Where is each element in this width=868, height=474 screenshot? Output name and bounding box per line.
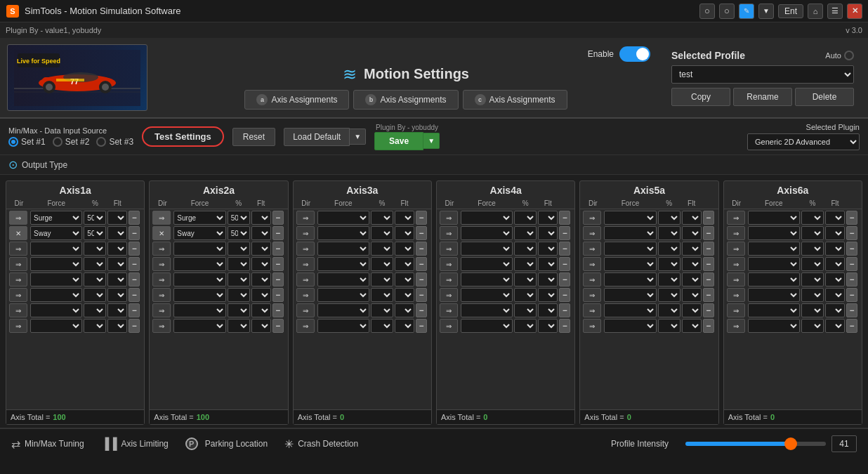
minmax-tuning-item[interactable]: ⇄ Min/Max Tuning bbox=[11, 437, 84, 451]
pct-select[interactable] bbox=[658, 303, 680, 317]
intensity-slider[interactable] bbox=[685, 442, 826, 446]
force-select[interactable] bbox=[748, 303, 800, 317]
dir-btn[interactable]: ⇒ bbox=[583, 257, 601, 271]
force-select[interactable] bbox=[461, 303, 513, 317]
save-dropdown[interactable]: ▼ bbox=[423, 133, 440, 149]
pct-select[interactable] bbox=[228, 242, 250, 256]
pct-select[interactable] bbox=[514, 242, 537, 256]
flt-select[interactable] bbox=[682, 319, 702, 333]
force-select[interactable] bbox=[461, 319, 513, 333]
minus-btn[interactable]: − bbox=[416, 226, 427, 240]
force-select[interactable] bbox=[604, 226, 656, 240]
dir-btn[interactable]: ⇒ bbox=[152, 272, 171, 287]
flt-select[interactable] bbox=[395, 242, 414, 256]
force-select[interactable] bbox=[173, 272, 225, 287]
profile-select[interactable]: test bbox=[671, 65, 854, 84]
flt-select[interactable] bbox=[107, 257, 127, 271]
flt-select[interactable] bbox=[251, 257, 271, 271]
minus-btn[interactable]: − bbox=[559, 288, 570, 302]
auto-check[interactable]: Auto bbox=[825, 51, 854, 60]
flt-select[interactable] bbox=[395, 272, 414, 287]
minimize-btn[interactable]: ○ bbox=[699, 4, 715, 19]
tab-axis-b[interactable]: b Axis Assignments bbox=[353, 90, 458, 110]
pct-select[interactable] bbox=[84, 257, 106, 271]
flt-select[interactable] bbox=[682, 226, 702, 240]
info-btn[interactable]: ○ bbox=[719, 4, 735, 19]
flt-select[interactable] bbox=[251, 242, 271, 256]
minus-btn[interactable]: − bbox=[272, 288, 284, 302]
minus-btn[interactable]: − bbox=[846, 211, 857, 225]
dir-btn[interactable]: ⇒ bbox=[440, 257, 458, 271]
home-btn[interactable]: ⌂ bbox=[808, 4, 823, 19]
pct-select[interactable] bbox=[514, 226, 537, 240]
pct-select[interactable] bbox=[801, 226, 824, 240]
dir-btn[interactable]: ⇒ bbox=[296, 257, 315, 271]
flt-select[interactable] bbox=[538, 272, 558, 287]
flt-select[interactable] bbox=[395, 257, 414, 271]
dir-btn[interactable]: ⇒ bbox=[9, 242, 27, 256]
pct-select[interactable]: 50 bbox=[228, 211, 250, 225]
pct-select[interactable] bbox=[371, 319, 393, 333]
force-select[interactable] bbox=[461, 257, 513, 271]
force-select[interactable]: Sway bbox=[30, 226, 82, 240]
pct-select[interactable] bbox=[514, 272, 537, 287]
minus-btn[interactable]: − bbox=[272, 257, 284, 271]
pct-select[interactable] bbox=[371, 288, 393, 302]
flt-select[interactable] bbox=[682, 211, 702, 225]
pct-select[interactable] bbox=[658, 272, 680, 287]
force-select[interactable] bbox=[748, 211, 800, 225]
pct-select[interactable] bbox=[228, 288, 250, 302]
dir-btn[interactable]: ⇒ bbox=[152, 211, 171, 225]
minus-btn[interactable]: − bbox=[703, 211, 714, 225]
minus-btn[interactable]: − bbox=[559, 226, 570, 240]
pct-select[interactable] bbox=[84, 303, 106, 317]
flt-select[interactable] bbox=[682, 242, 702, 256]
force-select[interactable] bbox=[317, 288, 369, 302]
pct-select[interactable] bbox=[228, 303, 250, 317]
axis-limiting-item[interactable]: ▐▐ Axis Limiting bbox=[101, 437, 169, 450]
force-select[interactable] bbox=[748, 272, 800, 287]
minus-btn[interactable]: − bbox=[703, 288, 714, 302]
dir-btn[interactable]: ⇒ bbox=[727, 226, 745, 240]
minus-btn[interactable]: − bbox=[129, 319, 140, 333]
flt-select[interactable] bbox=[251, 226, 271, 240]
minus-btn[interactable]: − bbox=[272, 319, 284, 333]
flt-select[interactable] bbox=[682, 272, 702, 287]
dir-btn[interactable]: ⇒ bbox=[296, 242, 315, 256]
flt-select[interactable] bbox=[538, 226, 558, 240]
minus-btn[interactable]: − bbox=[416, 319, 427, 333]
pct-select[interactable]: 50 bbox=[84, 226, 106, 240]
flt-select[interactable] bbox=[825, 257, 845, 271]
pct-select[interactable] bbox=[228, 319, 250, 333]
force-select[interactable] bbox=[461, 288, 513, 302]
force-select[interactable] bbox=[173, 303, 225, 317]
pct-select[interactable] bbox=[801, 211, 824, 225]
pct-select[interactable] bbox=[658, 288, 680, 302]
force-select[interactable] bbox=[30, 257, 82, 271]
dir-btn[interactable]: ⇒ bbox=[583, 242, 601, 256]
minus-btn[interactable]: − bbox=[846, 257, 857, 271]
copy-button[interactable]: Copy bbox=[671, 88, 730, 106]
flt-select[interactable] bbox=[538, 211, 558, 225]
dir-btn[interactable]: ⇒ bbox=[9, 288, 27, 302]
pct-select[interactable] bbox=[371, 242, 393, 256]
flt-select[interactable] bbox=[682, 257, 702, 271]
minus-btn[interactable]: − bbox=[559, 303, 570, 317]
force-select[interactable] bbox=[461, 272, 513, 287]
dir-btn[interactable]: ⇒ bbox=[152, 319, 171, 333]
flt-select[interactable] bbox=[107, 242, 127, 256]
minus-btn[interactable]: − bbox=[129, 257, 140, 271]
minus-btn[interactable]: − bbox=[272, 242, 284, 256]
set3-radio[interactable]: Set #3 bbox=[96, 137, 133, 147]
rename-button[interactable]: Rename bbox=[733, 88, 792, 106]
minus-btn[interactable]: − bbox=[846, 226, 857, 240]
dir-btn[interactable]: ⇒ bbox=[583, 288, 601, 302]
pct-select[interactable] bbox=[801, 257, 824, 271]
flt-select[interactable] bbox=[251, 211, 271, 225]
pct-select[interactable] bbox=[84, 272, 106, 287]
dir-btn[interactable]: ⇒ bbox=[296, 211, 315, 225]
pct-select[interactable] bbox=[371, 211, 393, 225]
minus-btn[interactable]: − bbox=[272, 211, 284, 225]
dir-btn[interactable]: ⇒ bbox=[727, 319, 745, 333]
pct-select[interactable] bbox=[514, 257, 537, 271]
